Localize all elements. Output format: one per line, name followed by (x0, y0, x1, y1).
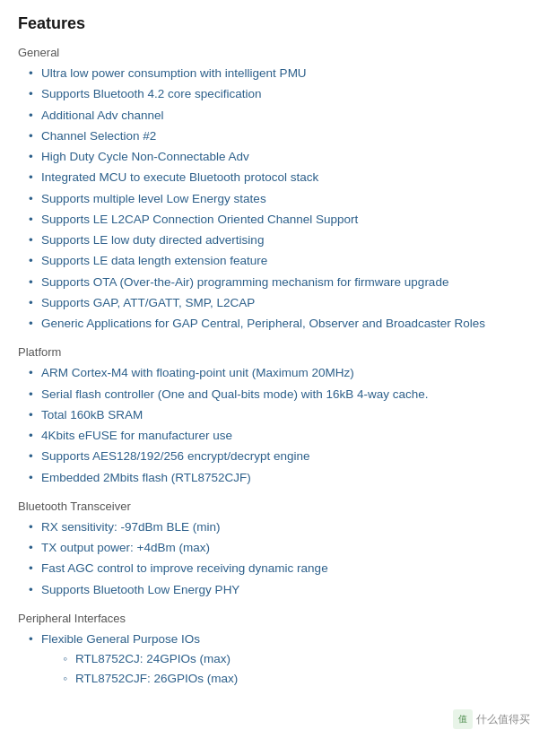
list-item: Supports LE L2CAP Connection Oriented Ch… (25, 211, 530, 229)
list-item: Supports LE data length extension featur… (25, 252, 530, 270)
list-item: TX output power: +4dBm (max) (25, 539, 530, 557)
sub-list-item: RTL8752CJF: 26GPIOs (max) (59, 670, 530, 688)
list-item: Flexible General Purpose IOsRTL8752CJ: 2… (25, 630, 530, 689)
list-item: ARM Cortex-M4 with floating-point unit (… (25, 364, 530, 382)
list-item: Total 160kB SRAM (25, 406, 530, 424)
feature-list-3: Flexible General Purpose IOsRTL8752CJ: 2… (18, 630, 530, 689)
sub-list-3-0: RTL8752CJ: 24GPIOs (max)RTL8752CJF: 26GP… (41, 650, 530, 689)
list-item: Supports Bluetooth Low Energy PHY (25, 581, 530, 599)
feature-list-1: ARM Cortex-M4 with floating-point unit (… (18, 364, 530, 487)
list-item: Fast AGC control to improve receiving dy… (25, 560, 530, 578)
list-item: High Duty Cycle Non-Connectable Adv (25, 148, 530, 166)
list-item: Supports GAP, ATT/GATT, SMP, L2CAP (25, 294, 530, 312)
watermark: 值 什么值得买 (453, 709, 530, 729)
section-label-3: Peripheral Interfaces (18, 612, 530, 625)
list-item: Serial flash controller (One and Qual-bi… (25, 386, 530, 404)
sections-container: GeneralUltra low power consumption with … (18, 46, 530, 689)
list-item: Supports OTA (Over-the-Air) programming … (25, 274, 530, 291)
watermark-icon: 值 (453, 709, 473, 729)
list-item: Supports AES128/192/256 encrypt/decrypt … (25, 448, 530, 465)
list-item: RX sensitivity: -97dBm BLE (min) (25, 518, 530, 536)
list-item: Additional Adv channel (25, 107, 530, 125)
page-title: Features (18, 14, 530, 33)
section-label-0: General (18, 46, 530, 59)
feature-list-0: Ultra low power consumption with intelli… (18, 65, 530, 333)
list-item: Supports LE low duty directed advertisin… (25, 231, 530, 249)
list-item: Embedded 2Mbits flash (RTL8752CJF) (25, 469, 530, 487)
list-item: Integrated MCU to execute Bluetooth prot… (25, 169, 530, 187)
watermark-text: 什么值得买 (476, 712, 530, 727)
list-item: Supports multiple level Low Energy state… (25, 190, 530, 208)
section-label-2: Bluetooth Transceiver (18, 500, 530, 513)
list-item: Supports Bluetooth 4.2 core specificatio… (25, 85, 530, 103)
list-item: Channel Selection #2 (25, 127, 530, 145)
list-item: Generic Applications for GAP Central, Pe… (25, 315, 530, 333)
sub-list-item: RTL8752CJ: 24GPIOs (max) (59, 650, 530, 668)
list-item: Ultra low power consumption with intelli… (25, 65, 530, 83)
section-label-1: Platform (18, 345, 530, 359)
list-item: 4Kbits eFUSE for manufacturer use (25, 427, 530, 445)
feature-list-2: RX sensitivity: -97dBm BLE (min)TX outpu… (18, 518, 530, 599)
